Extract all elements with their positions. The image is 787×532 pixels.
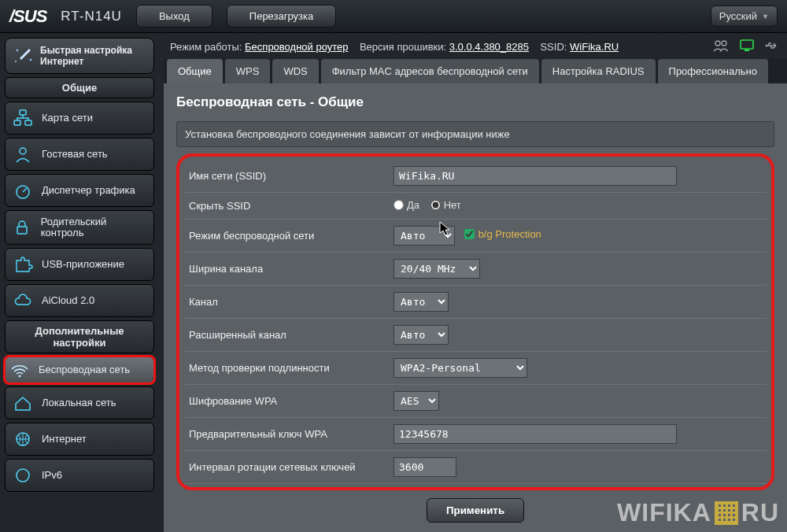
hide-ssid-label: Скрыть SSID (184, 193, 389, 220)
svg-point-16 (766, 45, 768, 47)
settings-table: Имя сети (SSID) Скрыть SSID Да Нет Режим… (184, 160, 767, 484)
sidebar-item-label: AiCloud 2.0 (42, 295, 94, 306)
apply-button[interactable]: Применить (427, 498, 524, 523)
info-bar: Режим работы: Беспроводной роутер Версия… (164, 33, 787, 59)
tab-professional[interactable]: Профессионально (658, 59, 768, 83)
svg-point-1 (30, 59, 31, 61)
hide-ssid-yes[interactable]: Да (394, 199, 419, 211)
sidebar-item-label: Интернет (42, 434, 87, 445)
page-description: Установка беспроводного соединения завис… (176, 121, 774, 147)
sidebar: Быстрая настройка Интернет Общие Карта с… (0, 33, 159, 532)
settings-panel: Беспроводная сеть - Общие Установка бесп… (164, 83, 787, 532)
sidebar-item-lan[interactable]: Локальная сеть (5, 386, 154, 419)
sidebar-item-usb[interactable]: USB-приложение (5, 248, 154, 281)
wpa-encryption-label: Шифрование WPA (184, 385, 389, 418)
clients-icon[interactable] (713, 39, 729, 54)
sidebar-item-map[interactable]: Карта сети (5, 102, 154, 135)
ipv6-icon (12, 465, 34, 486)
tab-macfilter[interactable]: Фильтр MAC адресов беспроводной сети (321, 59, 539, 83)
brand-logo: /SUS (9, 6, 46, 27)
sidebar-item-label: IPv6 (42, 470, 62, 481)
svg-point-2 (15, 61, 17, 62)
svg-rect-14 (741, 40, 753, 49)
svg-rect-8 (17, 227, 27, 234)
sidebar-item-parental[interactable]: Родительский контроль (5, 210, 154, 245)
wpa-encryption-select[interactable]: AES (394, 391, 439, 411)
ssid-input[interactable] (394, 166, 677, 186)
channel-select[interactable]: Авто (394, 292, 449, 312)
sidebar-item-guest[interactable]: Гостевая сеть (5, 138, 154, 171)
svg-rect-15 (745, 50, 749, 51)
ext-channel-select[interactable]: Авто (394, 325, 449, 345)
puzzle-icon (12, 254, 34, 275)
page-title: Беспроводная сеть - Общие (176, 94, 774, 110)
auth-method-select[interactable]: WPA2-Personal (394, 358, 527, 378)
wand-icon (13, 46, 34, 66)
wpa-psk-input[interactable] (394, 424, 677, 444)
hide-ssid-no[interactable]: Нет (430, 199, 461, 211)
auth-method-label: Метод проверки подлинности (184, 352, 389, 385)
rekey-interval-label: Интервал ротации сетевых ключей (184, 451, 389, 484)
wireless-mode-select[interactable]: Авто (394, 226, 455, 246)
monitor-icon[interactable] (740, 39, 754, 54)
svg-point-9 (19, 375, 21, 378)
tab-wps[interactable]: WPS (225, 59, 271, 83)
model-name: RT-N14U (61, 9, 122, 24)
language-label: Русский (719, 10, 757, 22)
usb-icon[interactable] (765, 40, 781, 54)
wireless-mode-label: Режим беспроводной сети (184, 220, 389, 253)
ssid-label: SSID: (540, 41, 567, 53)
rekey-interval-input[interactable] (394, 457, 456, 477)
app-header: /SUS RT-N14U Выход Перезагрузка Русский … (0, 0, 787, 33)
qr-icon (715, 501, 738, 525)
svg-rect-3 (20, 110, 26, 115)
bg-protection-checkbox[interactable]: b/g Protection (464, 228, 541, 240)
mode-label: Режим работы: (170, 41, 242, 53)
svg-rect-4 (14, 120, 20, 125)
logout-button[interactable]: Выход (136, 5, 212, 28)
firmware-link[interactable]: 3.0.0.4.380_8285 (449, 41, 529, 53)
cloud-icon (12, 290, 34, 311)
ext-channel-label: Расширенный канал (184, 319, 389, 352)
wpa-psk-label: Предварительный ключ WPA (184, 418, 389, 451)
sidebar-item-wireless[interactable]: Беспроводная сеть (5, 357, 154, 383)
main-content: Режим работы: Беспроводной роутер Версия… (159, 33, 787, 532)
ssid-link[interactable]: WiFika.RU (570, 41, 619, 53)
quick-setup-button[interactable]: Быстрая настройка Интернет (5, 38, 154, 74)
svg-point-11 (17, 469, 29, 482)
traffic-icon (12, 180, 34, 201)
highlighted-form-area: Имя сети (SSID) Скрыть SSID Да Нет Режим… (176, 153, 774, 490)
tab-radius[interactable]: Настройка RADIUS (541, 59, 656, 83)
sidebar-item-aicloud[interactable]: AiCloud 2.0 (5, 284, 154, 317)
sidebar-item-label: Гостевая сеть (42, 149, 108, 160)
chevron-down-icon: ▼ (762, 13, 769, 20)
home-icon (12, 393, 34, 413)
svg-point-6 (20, 148, 26, 154)
lock-icon (12, 217, 33, 238)
tab-bar: Общие WPS WDS Фильтр MAC адресов беспров… (164, 59, 787, 83)
wifi-icon (9, 360, 31, 380)
sidebar-item-label: Диспетчер трафика (42, 185, 135, 196)
sidebar-group-general: Общие (5, 77, 154, 98)
tab-general[interactable]: Общие (167, 59, 223, 83)
channel-width-label: Ширина канала (184, 253, 389, 286)
channel-label: Канал (184, 286, 389, 319)
sidebar-item-label: Беспроводная сеть (39, 364, 130, 375)
sidebar-item-wan[interactable]: Интернет (5, 423, 154, 456)
sidebar-item-label: Родительский контроль (41, 216, 147, 238)
watermark: WIFIKA RU (617, 498, 779, 527)
channel-width-select[interactable]: 20/40 MHz (394, 259, 480, 279)
tab-wds[interactable]: WDS (272, 59, 318, 83)
mode-link[interactable]: Беспроводной роутер (245, 41, 348, 53)
sidebar-item-ipv6[interactable]: IPv6 (5, 459, 154, 492)
svg-rect-5 (25, 120, 31, 125)
sidebar-item-label: Карта сети (42, 113, 93, 124)
sidebar-item-label: Локальная сеть (42, 397, 116, 408)
sidebar-item-traffic[interactable]: Диспетчер трафика (5, 174, 154, 207)
firmware-label: Версия прошивки: (360, 41, 446, 53)
language-selector[interactable]: Русский ▼ (711, 6, 778, 27)
reboot-button[interactable]: Перезагрузка (227, 5, 336, 28)
sidebar-group-advanced: Дополнительные настройки (5, 320, 154, 353)
quick-setup-label: Быстрая настройка Интернет (40, 45, 146, 67)
svg-point-13 (722, 41, 726, 46)
